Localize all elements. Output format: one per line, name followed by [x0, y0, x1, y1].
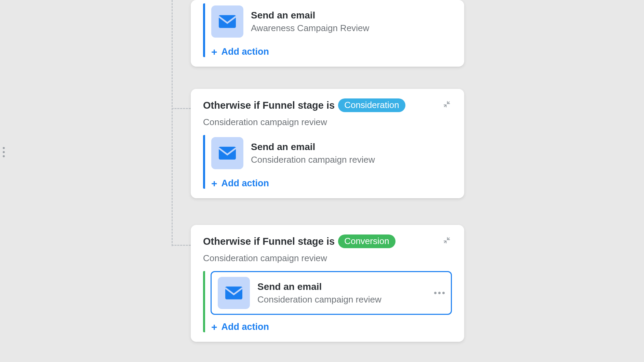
add-action-label: Add action	[222, 46, 269, 57]
action-title: Send an email	[257, 281, 381, 292]
email-icon	[218, 277, 250, 309]
dot-icon	[3, 155, 5, 157]
action-area: Send an email Awareness Campaign Review …	[203, 3, 452, 57]
more-button[interactable]	[434, 292, 445, 294]
envelope-icon	[219, 147, 236, 160]
action-title: Send an email	[251, 142, 375, 152]
action-area: Send an email Consideration campaign rev…	[203, 135, 452, 189]
add-action-label: Add action	[222, 322, 269, 332]
action-text: Send an email Awareness Campaign Review	[251, 10, 369, 33]
add-action-button[interactable]: + Add action	[211, 178, 452, 189]
drag-handle[interactable]	[3, 147, 5, 157]
action-text: Send an email Consideration campaign rev…	[257, 281, 381, 305]
action-subtitle: Awareness Campaign Review	[251, 23, 369, 33]
card-header: Otherwise if Funnel stage is Considerati…	[203, 98, 452, 112]
condition-prefix: Otherwise if Funnel stage is	[203, 100, 335, 111]
dot-icon	[3, 147, 5, 149]
envelope-icon	[225, 286, 242, 299]
dot-icon	[434, 292, 437, 294]
svg-rect-2	[225, 286, 242, 299]
card-header: Otherwise if Funnel stage is Conversion	[203, 234, 452, 248]
email-icon	[211, 137, 243, 169]
dot-icon	[3, 151, 5, 153]
action-title: Send an email	[251, 10, 369, 21]
connector-line	[172, 245, 191, 246]
plus-icon: +	[211, 322, 217, 332]
condition-card[interactable]: Otherwise if Funnel stage is Conversion …	[191, 225, 464, 342]
collapse-icon	[443, 237, 451, 244]
plus-icon: +	[211, 47, 217, 57]
plus-icon: +	[211, 178, 217, 189]
card-subtitle: Consideration campaign review	[203, 253, 452, 264]
action-text: Send an email Consideration campaign rev…	[251, 142, 375, 165]
action-subtitle: Consideration campaign review	[257, 294, 381, 305]
action-area: Send an email Consideration campaign rev…	[203, 271, 452, 332]
connector-line	[172, 108, 191, 109]
action-row-selected[interactable]: Send an email Consideration campaign rev…	[211, 271, 452, 315]
collapse-button[interactable]	[442, 235, 452, 245]
add-action-button[interactable]: + Add action	[211, 46, 452, 57]
collapse-button[interactable]	[442, 99, 452, 109]
dot-icon	[442, 292, 445, 294]
action-subtitle: Consideration campaign review	[251, 155, 375, 165]
condition-card[interactable]: Send an email Awareness Campaign Review …	[191, 0, 464, 67]
connector-line	[172, 0, 173, 246]
action-row[interactable]: Send an email Consideration campaign rev…	[211, 135, 452, 171]
condition-tag[interactable]: Consideration	[338, 98, 405, 112]
dot-icon	[438, 292, 441, 294]
add-action-button[interactable]: + Add action	[211, 322, 452, 332]
email-icon	[211, 5, 243, 38]
card-subtitle: Consideration campaign review	[203, 117, 452, 128]
svg-rect-1	[219, 147, 236, 160]
svg-rect-0	[219, 15, 236, 28]
condition-tag[interactable]: Conversion	[338, 234, 395, 248]
envelope-icon	[219, 15, 236, 28]
collapse-icon	[443, 100, 451, 108]
condition-card[interactable]: Otherwise if Funnel stage is Considerati…	[191, 89, 464, 198]
condition-prefix: Otherwise if Funnel stage is	[203, 236, 335, 247]
action-row[interactable]: Send an email Awareness Campaign Review	[211, 3, 452, 40]
add-action-label: Add action	[222, 178, 269, 189]
